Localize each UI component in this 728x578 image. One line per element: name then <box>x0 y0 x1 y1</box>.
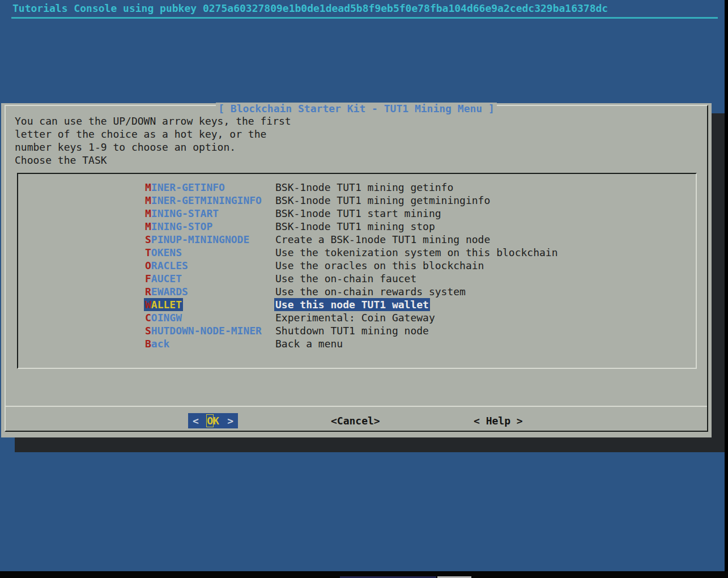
tag-rest: INER-GETMININGINFO <box>151 194 262 206</box>
cancel-button[interactable]: <Cancel> <box>331 413 380 428</box>
instruction-line: You can use the UP/DOWN arrow keys, the … <box>15 114 291 128</box>
menu-item-tag: COINGW <box>145 311 275 324</box>
button-separator <box>6 406 707 407</box>
tag-rest: OINGW <box>151 312 182 324</box>
menu-item-description: Create a BSK-1node TUT1 mining node <box>275 233 491 245</box>
menu-item-tag: SPINUP-MININGNODE <box>145 233 275 246</box>
menu-item-description: Use the on-chain rewards system <box>275 286 467 298</box>
hotkey-letter: S <box>145 325 151 337</box>
hotkey-letter: S <box>145 233 151 245</box>
hotkey-letter: T <box>145 246 151 258</box>
tag-rest: PINUP-MININGNODE <box>151 233 249 245</box>
dialog-title: [ Blockchain Starter Kit - TUT1 Mining M… <box>1 102 712 115</box>
menu-item-tag: SHUTDOWN-NODE-MINER <box>145 324 275 337</box>
hotkey-letter: F <box>145 273 151 284</box>
tag-rest: INER-GETINFO <box>151 181 225 193</box>
tag-rest: ALLET <box>151 299 182 311</box>
tag-rest: EWARDS <box>151 286 188 298</box>
menu-item-MINER-GETMININGINFO[interactable]: MINER-GETMININGINFOBSK-1node TUT1 mining… <box>18 194 696 207</box>
ok-bracket-right: > <box>227 414 233 427</box>
menu-item-description: Use the on-chain faucet <box>275 273 418 284</box>
menu-item-description: BSK-1node TUT1 mining stop <box>275 220 436 232</box>
menu-item-SPINUP-MININGNODE[interactable]: SPINUP-MININGNODECreate a BSK-1node TUT1… <box>18 233 696 246</box>
menu-item-description: Shutdown TUT1 mining node <box>275 325 430 337</box>
screen-right-edge <box>725 0 728 578</box>
instruction-line: letter of the choice as a hot key, or th… <box>15 128 291 141</box>
tag-rest: INING-START <box>151 207 219 219</box>
menu-item-ORACLES[interactable]: ORACLESUse the oracles on this blockchai… <box>18 259 696 272</box>
hotkey-letter: M <box>145 207 151 219</box>
hotkey-letter: M <box>145 194 151 206</box>
menu-item-description: Use this node TUT1 wallet <box>275 299 430 311</box>
menu-item-MINING-STOP[interactable]: MINING-STOPBSK-1node TUT1 mining stop <box>18 220 696 233</box>
hotkey-letter: R <box>145 286 151 298</box>
menu-item-tag: MINING-STOP <box>145 220 275 233</box>
ok-label: OK <box>207 414 219 427</box>
menu-item-tag: MINER-GETMININGINFO <box>145 194 275 207</box>
menu-item-COINGW[interactable]: COINGWExperimental: Coin Gateway <box>18 311 696 324</box>
hotkey-letter: C <box>145 312 151 324</box>
menu-item-description: BSK-1node TUT1 mining getinfo <box>275 181 454 193</box>
menu-item-MINER-GETINFO[interactable]: MINER-GETINFOBSK-1node TUT1 mining getin… <box>18 181 696 194</box>
terminal-cursor: O <box>207 415 213 427</box>
menu-item-description: Back a menu <box>275 338 344 350</box>
menu-item-tag: FAUCET <box>145 272 275 285</box>
help-button[interactable]: < Help > <box>474 413 523 428</box>
menu-item-description: BSK-1node TUT1 start mining <box>275 207 442 219</box>
menu-item-tag: MINING-START <box>145 207 275 220</box>
hotkey-letter: B <box>145 338 151 350</box>
menu-item-tag: Back <box>145 337 275 350</box>
menu-item-Back[interactable]: BackBack a menu <box>18 337 696 350</box>
hotkey-letter: M <box>145 181 151 193</box>
hotkey-letter: O <box>145 260 151 271</box>
menu-item-description: Use the oracles on this blockchain <box>275 260 485 271</box>
menu-item-FAUCET[interactable]: FAUCETUse the on-chain faucet <box>18 272 696 285</box>
menu-item-description: BSK-1node TUT1 mining getmininginfo <box>275 194 491 206</box>
menu-list: MINER-GETINFOBSK-1node TUT1 mining getin… <box>17 173 697 369</box>
tag-rest: ack <box>151 338 170 350</box>
tag-rest: AUCET <box>151 273 182 284</box>
dialog-instructions: You can use the UP/DOWN arrow keys, the … <box>15 114 291 167</box>
menu-item-description: Experimental: Coin Gateway <box>275 312 436 324</box>
terminal-title-text: Tutorials Console using pubkey 0275a6032… <box>12 2 711 15</box>
tag-rest: OKENS <box>151 246 182 258</box>
menu-item-TOKENS[interactable]: TOKENSUse the tokenization system on thi… <box>18 246 696 259</box>
screen-bottom-bar <box>0 571 728 578</box>
tag-rest: INING-STOP <box>151 220 212 232</box>
ok-button[interactable]: < OK > <box>188 413 238 428</box>
menu-item-WALLET[interactable]: WALLETUse this node TUT1 wallet <box>18 298 696 311</box>
tag-rest: RACLES <box>151 260 188 271</box>
hotkey-letter: W <box>145 299 151 311</box>
menu-item-SHUTDOWN-NODE-MINER[interactable]: SHUTDOWN-NODE-MINERShutdown TUT1 mining … <box>18 324 696 337</box>
ok-bracket-left: < <box>193 414 199 427</box>
instruction-line: Choose the TASK <box>15 154 291 167</box>
tag-rest: HUTDOWN-NODE-MINER <box>151 325 262 337</box>
menu-item-MINING-START[interactable]: MINING-STARTBSK-1node TUT1 start mining <box>18 207 696 220</box>
mining-menu-dialog: [ Blockchain Starter Kit - TUT1 Mining M… <box>1 103 712 437</box>
menu-item-description: Use the tokenization system on this bloc… <box>275 246 559 258</box>
menu-item-tag: REWARDS <box>145 285 275 298</box>
instruction-line: number keys 1-9 to choose an option. <box>15 141 291 154</box>
menu-item-tag: ORACLES <box>145 259 275 272</box>
menu-item-tag: WALLET <box>145 298 275 311</box>
menu-item-tag: MINER-GETINFO <box>145 181 275 194</box>
terminal-title-rule <box>11 17 718 19</box>
hotkey-letter: M <box>145 220 151 232</box>
menu-item-REWARDS[interactable]: REWARDSUse the on-chain rewards system <box>18 285 696 298</box>
menu-item-tag: TOKENS <box>145 246 275 259</box>
